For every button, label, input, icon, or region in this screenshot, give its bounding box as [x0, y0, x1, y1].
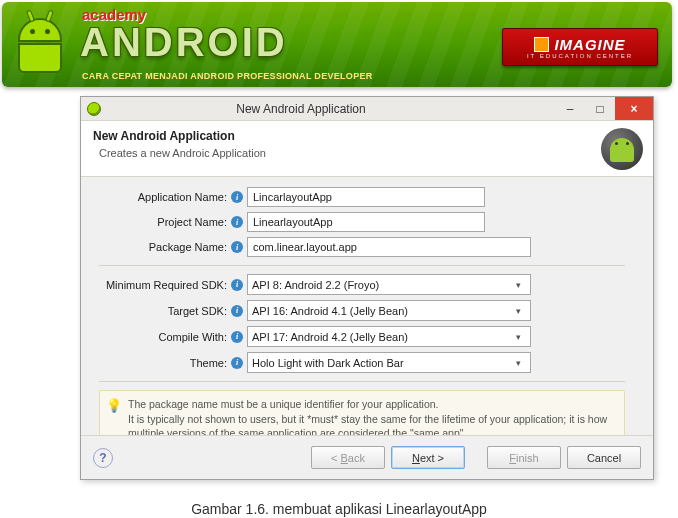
- chevron-down-icon: ▾: [510, 358, 526, 368]
- close-button[interactable]: ×: [615, 97, 653, 120]
- lightbulb-icon: 💡: [106, 397, 122, 415]
- imagine-logo: IMAGINE IT EDUCATION CENTER: [502, 28, 658, 66]
- next-button[interactable]: Next >: [391, 446, 465, 469]
- new-android-application-dialog: New Android Application – □ × New Androi…: [80, 96, 654, 480]
- close-icon: ×: [630, 102, 637, 116]
- chevron-down-icon: ▾: [510, 332, 526, 342]
- banner-subtitle: CARA CEPAT MENJADI ANDROID PROFESSIONAL …: [82, 71, 373, 81]
- package-name-label: Package Name:: [81, 241, 229, 253]
- info-icon[interactable]: i: [231, 241, 243, 253]
- android-mascot-icon: [10, 18, 70, 83]
- form-body: Application Name: i Project Name: i Pack…: [81, 177, 653, 468]
- package-name-input[interactable]: [247, 237, 531, 257]
- info-icon[interactable]: i: [231, 305, 243, 317]
- project-name-input[interactable]: [247, 212, 485, 232]
- android-head-icon: [601, 128, 643, 170]
- compile-with-select[interactable]: API 17: Android 4.2 (Jelly Bean)▾: [247, 326, 531, 347]
- min-sdk-label: Minimum Required SDK:: [81, 279, 229, 291]
- separator: [99, 381, 625, 382]
- finish-button[interactable]: Finish: [487, 446, 561, 469]
- chevron-down-icon: ▾: [510, 280, 526, 290]
- app-name-label: Application Name:: [81, 191, 229, 203]
- android-wordmark: ANDROID: [80, 20, 288, 65]
- button-bar: ? < Back Next > Finish Cancel: [81, 435, 653, 479]
- info-icon[interactable]: i: [231, 357, 243, 369]
- minimum-required-sdk-select[interactable]: API 8: Android 2.2 (Froyo)▾: [247, 274, 531, 295]
- theme-label: Theme:: [81, 357, 229, 369]
- application-name-input[interactable]: [247, 187, 485, 207]
- help-button[interactable]: ?: [93, 448, 113, 468]
- imagine-square-icon: [534, 37, 549, 52]
- info-icon[interactable]: i: [231, 279, 243, 291]
- figure-caption: Gambar 1.6. membuat aplikasi Linearlayou…: [0, 487, 678, 517]
- wizard-subtitle: Creates a new Androic Application: [99, 147, 641, 159]
- maximize-button[interactable]: □: [585, 97, 615, 120]
- wizard-header: New Android Application Creates a new An…: [81, 121, 653, 177]
- titlebar: New Android Application – □ ×: [81, 97, 653, 121]
- target-sdk-label: Target SDK:: [81, 305, 229, 317]
- theme-select[interactable]: Holo Light with Dark Action Bar▾: [247, 352, 531, 373]
- target-sdk-select[interactable]: API 16: Android 4.1 (Jelly Bean)▾: [247, 300, 531, 321]
- info-icon[interactable]: i: [231, 191, 243, 203]
- app-icon: [87, 102, 101, 116]
- compile-with-label: Compile With:: [81, 331, 229, 343]
- separator: [99, 265, 625, 266]
- cancel-button[interactable]: Cancel: [567, 446, 641, 469]
- project-name-label: Project Name:: [81, 216, 229, 228]
- info-icon[interactable]: i: [231, 216, 243, 228]
- minimize-button[interactable]: –: [555, 97, 585, 120]
- info-icon[interactable]: i: [231, 331, 243, 343]
- hint-line: The package name must be a unique identi…: [128, 397, 616, 412]
- chevron-down-icon: ▾: [510, 306, 526, 316]
- window-title: New Android Application: [107, 102, 555, 116]
- back-button[interactable]: < Back: [311, 446, 385, 469]
- academy-banner: academy ANDROID CARA CEPAT MENJADI ANDRO…: [2, 2, 672, 87]
- wizard-title: New Android Application: [93, 129, 641, 143]
